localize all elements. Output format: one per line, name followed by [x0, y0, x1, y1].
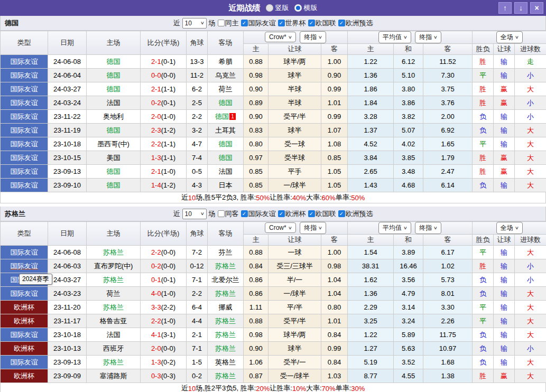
away-team-cell[interactable]: 苏格兰	[208, 287, 244, 301]
competition-label: 国际友谊	[248, 209, 276, 219]
competition-type-cell[interactable]: 国际友谊	[1, 124, 48, 137]
home-team-cell[interactable]: 苏格兰	[87, 273, 141, 287]
competition-type-cell[interactable]: 欧洲杯	[1, 314, 48, 328]
competition-checkbox-friendly[interactable]: ✓ 国际友谊	[241, 209, 276, 219]
summary-stat-value: 70%	[322, 385, 336, 392]
match-count-select[interactable]: 10 ∨	[182, 18, 207, 29]
competition-type-cell[interactable]: 国际友谊	[1, 55, 48, 69]
competition-type-cell[interactable]: 国际友谊	[1, 246, 48, 259]
scope-select[interactable]: 全场∨	[496, 31, 523, 43]
away-team-cell[interactable]: 乌克兰	[208, 69, 244, 82]
away-team-cell[interactable]: 苏格兰	[208, 369, 244, 383]
home-team-cell[interactable]: 苏格兰	[87, 246, 141, 259]
home-team-cell[interactable]: 德国	[87, 165, 141, 179]
home-team-cell[interactable]: 德国	[87, 179, 141, 192]
home-team-cell[interactable]: 德国	[87, 69, 141, 82]
average-select[interactable]: 平均值∨	[378, 31, 411, 43]
competition-checkbox-nationsleague[interactable]: ✓ 欧国联	[308, 18, 336, 28]
away-team-cell[interactable]: 德国1	[208, 110, 244, 124]
match-count-select[interactable]: 10 ∨	[182, 209, 207, 219]
average-value: 平均值	[383, 33, 402, 42]
away-team-cell[interactable]: 荷兰	[208, 82, 244, 96]
fulltime-score: 1-3	[151, 154, 161, 162]
competition-checkbox-eurocup[interactable]: ✓ 欧洲杯	[278, 209, 306, 219]
average-select[interactable]: 平均值∨	[378, 222, 411, 234]
away-team-cell[interactable]: 希腊	[208, 55, 244, 69]
home-team-cell[interactable]: 法国	[87, 96, 141, 110]
move-up-button[interactable]: ↑	[498, 2, 512, 14]
competition-type-cell[interactable]: 欧洲杯	[1, 301, 48, 314]
competition-type-cell[interactable]: 国际友谊	[1, 110, 48, 124]
away-team-cell[interactable]: 北爱尔兰	[208, 273, 244, 287]
home-team-cell[interactable]: 奥地利	[87, 110, 141, 124]
home-team-cell[interactable]: 德国	[87, 82, 141, 96]
odds-stage-select[interactable]: 终指∨	[415, 222, 441, 234]
bookmaker-select[interactable]: Crow*∨	[265, 32, 296, 42]
competition-type-cell[interactable]: 国际友谊	[1, 82, 48, 96]
date-cell: 23-09-10	[48, 179, 87, 192]
competition-type-cell[interactable]: 国际友谊	[1, 287, 48, 301]
layout-horizontal-radio[interactable]: 横版	[294, 3, 318, 13]
away-team-cell[interactable]: 德国	[208, 151, 244, 165]
home-team-cell[interactable]: 墨西哥(中)	[87, 137, 141, 151]
away-team-cell[interactable]: 苏格兰	[208, 314, 244, 328]
home-team-cell[interactable]: 荷兰	[87, 287, 141, 301]
handicap-result-cell-value: 赢	[501, 85, 507, 93]
competition-type-cell[interactable]: 国际友谊	[1, 96, 48, 110]
competition-type-cell[interactable]: 国际友谊	[1, 179, 48, 192]
competition-label: 国际友谊	[248, 18, 276, 28]
odds-home-cell: 0.89	[244, 96, 269, 110]
away-team-cell[interactable]: 法国	[208, 165, 244, 179]
competition-type-cell[interactable]: 欧洲杯	[1, 369, 48, 383]
away-team-cell[interactable]: 芬兰	[208, 246, 244, 259]
home-team-cell[interactable]: 美国	[87, 151, 141, 165]
competition-checkbox-nationsleague[interactable]: ✓ 欧国联	[308, 209, 336, 219]
competition-type-cell[interactable]: 国际友谊	[1, 137, 48, 151]
home-team-cell[interactable]: 塞浦路斯	[87, 369, 141, 383]
competition-type-cell[interactable]: 国际友谊	[1, 165, 48, 179]
bookmaker-select[interactable]: Crow*∨	[265, 222, 296, 233]
scope-select[interactable]: 全场∨	[496, 222, 523, 234]
home-team-cell[interactable]: 法国	[87, 328, 141, 342]
home-team-cell[interactable]: 直布罗陀(中)	[87, 259, 141, 273]
score-cell: 4-1(3-1)	[141, 328, 187, 342]
competition-type-cell[interactable]: 国际友谊	[1, 328, 48, 342]
halftime-score: (1-0)	[161, 317, 175, 325]
away-team-cell[interactable]: 苏格兰	[208, 342, 244, 356]
competition-checkbox-friendly[interactable]: ✓ 国际友谊	[241, 18, 276, 28]
competition-checkbox-worldcup[interactable]: ✓ 世界杯	[278, 18, 306, 28]
away-team-cell[interactable]: 德国	[208, 96, 244, 110]
away-team-cell[interactable]: 土耳其	[208, 124, 244, 137]
competition-type-cell[interactable]: 国际友谊	[1, 69, 48, 82]
odds-stage-select[interactable]: 终指∨	[300, 222, 326, 234]
same-away-checkbox[interactable]: 同客	[218, 209, 239, 219]
competition-type-cell[interactable]: 国际友谊	[1, 356, 48, 369]
move-down-button[interactable]: ↓	[514, 2, 528, 14]
competition-type-cell[interactable]: 国际友谊	[1, 259, 48, 273]
same-home-checkbox[interactable]: 同主	[218, 18, 239, 28]
odds-stage-select[interactable]: 终指∨	[300, 31, 326, 43]
checkbox-checked-icon: ✓	[278, 20, 285, 26]
away-team-cell[interactable]: 挪威	[208, 301, 244, 314]
odds-stage-select[interactable]: 终指∨	[415, 31, 441, 43]
competition-type-cell[interactable]: 国际友谊	[1, 151, 48, 165]
odds-home-cell: 0.85	[244, 165, 269, 179]
home-team-cell[interactable]: 德国	[87, 124, 141, 137]
away-team-cell[interactable]: 苏格兰	[208, 328, 244, 342]
home-team-cell[interactable]: 苏格兰	[87, 356, 141, 369]
goals-result-cell-value: 小	[527, 344, 534, 352]
away-team-cell[interactable]: 德国	[208, 137, 244, 151]
away-team-cell[interactable]: 英格兰	[208, 356, 244, 369]
layout-vertical-radio[interactable]: 竖版	[266, 3, 289, 13]
home-team-cell[interactable]: 德国	[87, 55, 141, 69]
close-icon[interactable]: ×	[530, 2, 543, 14]
away-team-cell[interactable]: 日本	[208, 179, 244, 192]
competition-checkbox-euroqualifier[interactable]: ✓ 欧洲预选	[338, 18, 373, 28]
home-team-cell[interactable]: 苏格兰	[87, 301, 141, 314]
competition-checkbox-euroqualifier[interactable]: ✓ 欧洲预选	[338, 209, 373, 219]
result-cell: 胜	[473, 369, 494, 383]
away-team-cell[interactable]: 苏格兰	[208, 259, 244, 273]
home-team-cell[interactable]: 西班牙	[87, 342, 141, 356]
home-team-cell[interactable]: 格鲁吉亚	[87, 314, 141, 328]
competition-type-cell[interactable]: 欧洲杯	[1, 342, 48, 356]
